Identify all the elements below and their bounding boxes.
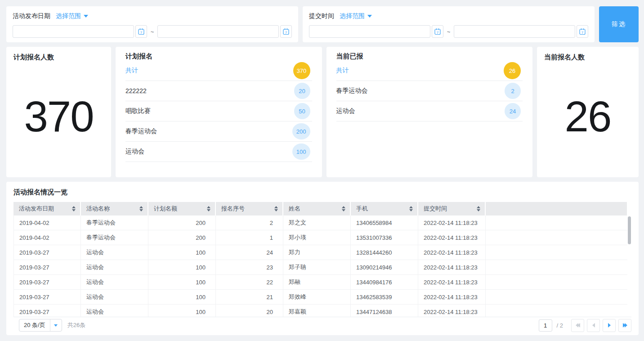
table-row: 2019-03-27 运动会 100 22 郑融 13440984176 202… [13, 275, 631, 290]
column-header[interactable]: 计划名额 [148, 202, 216, 215]
cell-phone: 13281444260 [351, 245, 418, 260]
total-label: 共计 [336, 67, 349, 75]
cell-planned-quota: 100 [148, 260, 216, 275]
cell-submit-time: 2022-02-14 11:18:23 [418, 305, 486, 317]
list-item-badge: 24 [505, 103, 521, 119]
range-separator: ~ [447, 28, 451, 35]
publish-start-calendar-button[interactable]: 7 [135, 25, 147, 38]
caret-down-icon [367, 15, 372, 18]
table-row: 2019-03-27 运动会 100 21 郑效峰 13462583539 20… [13, 290, 631, 305]
cell-registration-no: 21 [216, 290, 283, 305]
caret-down-icon [54, 324, 58, 327]
list-item: 运动会 24 [336, 101, 523, 121]
publish-range-link-text: 选择范围 [56, 12, 81, 20]
cell-planned-quota: 100 [148, 290, 216, 305]
sort-icon [342, 206, 345, 211]
page-number-input[interactable] [539, 319, 552, 332]
table-body: 2019-04-02 春季运动会 200 2 郑之文 13406558984 2… [13, 215, 631, 317]
cell-publish-date: 2019-04-02 [13, 215, 81, 230]
column-header-label: 活动发布日期 [19, 205, 54, 213]
cell-publish-date: 2019-03-27 [13, 305, 81, 317]
publish-end-date-input[interactable] [157, 25, 279, 38]
scrollbar-thumb[interactable] [628, 216, 631, 244]
table-row: 2019-03-27 运动会 100 24 郑力 13281444260 202… [13, 245, 631, 260]
column-header[interactable]: 姓名 [283, 202, 351, 215]
cell-phone: 13447124638 [351, 305, 418, 317]
prev-page-button[interactable] [587, 319, 600, 332]
column-header-label: 计划名额 [154, 205, 177, 213]
column-header[interactable]: 活动名称 [81, 202, 148, 215]
list-item: 春季运动会 2 [336, 81, 523, 101]
arrow-left-icon [592, 323, 595, 328]
list-item-label: 唱歌比赛 [125, 107, 151, 115]
filter-submit-button[interactable]: 筛选 [599, 6, 639, 42]
cell-phone: 13462583539 [351, 290, 418, 305]
total-badge: 26 [504, 62, 521, 79]
total-label: 共计 [125, 67, 138, 75]
submit-start-calendar-button[interactable]: 7 [432, 25, 443, 38]
submit-range-link-text: 选择范围 [340, 12, 365, 20]
publish-start-date-input[interactable] [13, 25, 134, 38]
cell-filler [486, 230, 631, 245]
sort-icon [72, 206, 76, 211]
vertical-scrollbar[interactable] [627, 215, 631, 317]
cell-phone: 13531007336 [351, 230, 418, 245]
svg-text:7: 7 [140, 31, 142, 35]
caret-down-icon [84, 15, 88, 18]
table-row: 2019-03-27 运动会 100 20 郑嘉颖 13447124638 20… [13, 305, 631, 317]
planned-count-card: 计划报名人数 370 [6, 47, 111, 177]
filter-bar: 活动发布日期 选择范围 7 ~ [6, 6, 639, 42]
cell-registration-no: 24 [216, 245, 283, 260]
stat-cards-row: 计划报名人数 370 计划报名 共计 370 222222 20 唱歌比赛 [6, 47, 639, 177]
submit-end-calendar-button[interactable]: 7 [577, 25, 588, 38]
table-title: 活动报名情况一览 [13, 188, 631, 197]
registrations-table-panel: 活动报名情况一览 活动发布日期 活动名称 计划名额 [6, 182, 639, 335]
svg-text:7: 7 [285, 31, 287, 35]
cell-activity-name: 运动会 [81, 245, 148, 260]
publish-end-calendar-button[interactable]: 7 [280, 25, 292, 38]
cell-activity-name: 运动会 [81, 275, 148, 290]
list-item-badge: 200 [292, 123, 310, 139]
column-header-label: 提交时间 [424, 205, 447, 213]
page-size-select[interactable]: 20 条/页 [19, 319, 62, 332]
next-page-button[interactable] [603, 319, 616, 332]
calendar-icon: 7 [434, 28, 441, 35]
column-header[interactable]: 报名序号 [216, 202, 283, 215]
submit-start-date-input[interactable] [309, 25, 430, 38]
cell-phone: 13406558984 [351, 215, 418, 230]
column-header-label: 姓名 [289, 205, 300, 213]
sort-icon [207, 206, 210, 211]
first-page-button[interactable] [571, 319, 584, 332]
cell-filler [486, 245, 631, 260]
card-title: 计划报名人数 [13, 53, 104, 62]
cell-publish-date: 2019-04-02 [13, 230, 81, 245]
cell-submit-time: 2022-02-14 11:18:23 [418, 275, 486, 290]
current-breakdown-card: 当前已报 共计 26 春季运动会 2 运动会 24 [326, 47, 533, 177]
sort-icon [477, 206, 480, 211]
list-item-label: 运动会 [125, 148, 144, 156]
table-row: 2019-04-02 春季运动会 200 2 郑之文 13406558984 2… [13, 215, 631, 230]
publish-date-filter-head: 活动发布日期 选择范围 [13, 11, 292, 21]
cell-submit-time: 2022-02-14 11:18:23 [418, 215, 486, 230]
cell-planned-quota: 200 [148, 215, 216, 230]
column-header[interactable]: 提交时间 [418, 202, 486, 215]
column-header[interactable]: 活动发布日期 [13, 202, 81, 215]
publish-range-link[interactable]: 选择范围 [56, 12, 88, 20]
arrow-right-icon [608, 323, 611, 328]
cell-registration-no: 2 [216, 215, 283, 230]
cell-activity-name: 春季运动会 [81, 215, 148, 230]
list-item-label: 222222 [125, 87, 147, 94]
card-title: 当前已报 [336, 52, 523, 61]
list-item-badge: 50 [294, 103, 310, 119]
list-total-row: 共计 26 [336, 61, 523, 81]
submit-end-date-input[interactable] [454, 25, 575, 38]
cell-publish-date: 2019-03-27 [13, 245, 81, 260]
column-header-label: 报名序号 [221, 205, 245, 213]
submit-range-link[interactable]: 选择范围 [340, 12, 372, 20]
column-header[interactable]: 手机 [351, 202, 418, 215]
cell-activity-name: 运动会 [81, 260, 148, 275]
cell-name: 郑之文 [283, 215, 351, 230]
select-caret-box [50, 319, 62, 331]
list-item-label: 春季运动会 [336, 87, 368, 95]
last-page-button[interactable] [618, 319, 631, 332]
